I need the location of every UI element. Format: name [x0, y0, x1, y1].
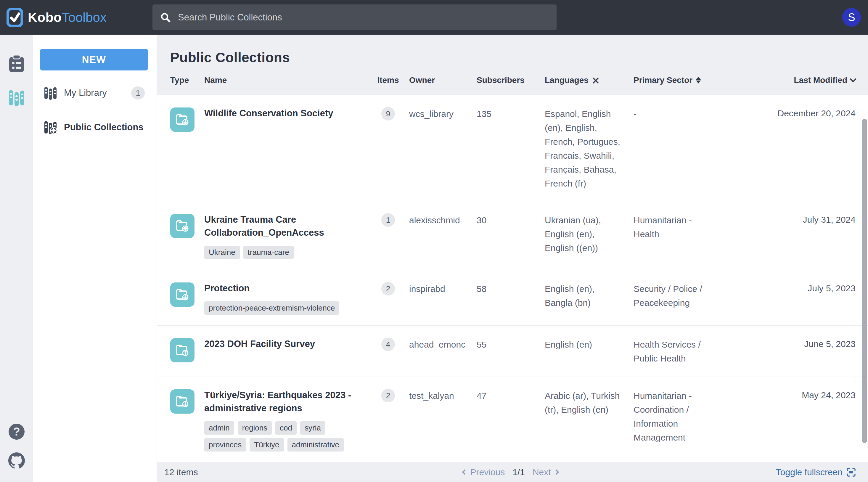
search-icon — [160, 12, 171, 23]
next-page-button[interactable]: Next — [533, 467, 558, 477]
search-input[interactable] — [178, 12, 549, 23]
table-row[interactable]: Protection protection-peace-extremism-vi… — [157, 270, 868, 326]
github-icon[interactable] — [7, 451, 26, 470]
sidebar-item-public-collections[interactable]: Public Collections — [33, 116, 157, 139]
primary-sector: Security / Police / Peacekeeping — [633, 282, 726, 310]
tag: Türkiye — [250, 438, 284, 452]
column-header-type: Type — [170, 76, 204, 85]
column-header-last-modified[interactable]: Last Modified — [726, 76, 856, 85]
owner: alexisschmid — [409, 213, 477, 227]
languages: English (en) — [545, 337, 633, 352]
table-row[interactable]: Ukraine Trauma Care Collaboration_OpenAc… — [157, 201, 868, 270]
languages: Espanol, English (en), English, French, … — [545, 107, 633, 190]
next-label: Next — [533, 467, 551, 477]
tag: admin — [204, 421, 234, 434]
chevron-down-icon — [850, 76, 857, 82]
chevron-right-icon — [554, 470, 559, 475]
sidebar-item-label: Public Collections — [64, 122, 145, 133]
primary-sector: Humanitarian - Coordination / Informatio… — [633, 389, 726, 444]
subscribers: 47 — [477, 389, 545, 403]
sidebar-item-label: My Library — [64, 88, 131, 98]
table-row[interactable]: Türkiye/Syria: Earthquakes 2023 - admini… — [157, 377, 868, 462]
owner: wcs_library — [409, 107, 477, 121]
tag-list: protection-peace-extremism-violence — [204, 301, 367, 315]
table-header: Type Name Items Owner Subscribers Langua… — [157, 65, 868, 95]
tag-list: Ukraine trauma-care — [204, 246, 367, 259]
table-row[interactable]: 2023 DOH Facility Survey 4 ahead_emonc 5… — [157, 326, 868, 377]
last-modified: July 5, 2023 — [726, 282, 856, 295]
previous-label: Previous — [470, 467, 505, 477]
collection-name: Türkiye/Syria: Earthquakes 2023 - admini… — [204, 389, 367, 415]
tag: provinces — [204, 438, 246, 452]
sidebar-item-my-library[interactable]: My Library 1 — [33, 81, 157, 105]
tag: regions — [238, 421, 272, 434]
modified-header-label: Last Modified — [794, 76, 847, 85]
items-count-badge: 4 — [381, 337, 395, 351]
fullscreen-icon — [847, 468, 856, 477]
tag: Ukraine — [204, 246, 240, 259]
sector-header-label: Primary Sector — [633, 76, 692, 85]
subscribers: 135 — [477, 107, 545, 121]
top-bar: KoboToolbox S — [0, 0, 868, 35]
last-modified: June 5, 2023 — [726, 337, 856, 351]
collection-list: Wildlife Conservation Society 9 wcs_libr… — [157, 95, 868, 462]
column-header-items: Items — [367, 76, 409, 85]
collection-type-icon — [170, 389, 194, 414]
tag: protection-peace-extremism-violence — [204, 301, 339, 315]
user-avatar[interactable]: S — [842, 8, 861, 27]
new-button[interactable]: NEW — [40, 49, 148, 70]
vertical-scrollbar[interactable] — [862, 119, 867, 443]
column-header-name: Name — [204, 76, 367, 85]
chevron-left-icon — [462, 470, 467, 475]
projects-clipboard-icon[interactable] — [7, 54, 26, 73]
table-footer: 12 items Previous 1/1 Next Toggle fullsc… — [157, 462, 868, 482]
collection-type-icon — [170, 282, 194, 307]
collection-type-icon — [170, 108, 194, 132]
last-modified: December 20, 2024 — [726, 107, 856, 120]
clear-filter-icon[interactable] — [592, 77, 598, 84]
items-count-badge: 2 — [381, 389, 395, 402]
owner: ahead_emonc — [409, 337, 477, 352]
table-row[interactable]: Wildlife Conservation Society 9 wcs_libr… — [157, 95, 868, 201]
last-modified: May 24, 2023 — [726, 389, 856, 402]
global-search[interactable] — [152, 4, 557, 30]
owner: inspirabd — [409, 282, 477, 296]
previous-page-button[interactable]: Previous — [463, 467, 505, 477]
kobo-logo-icon — [6, 8, 23, 27]
tag-list: admin regions cod syria provinces Türkiy… — [204, 421, 367, 452]
pagination: Previous 1/1 Next — [463, 467, 558, 477]
collection-type-icon — [170, 338, 194, 362]
sort-icon — [696, 77, 701, 84]
collection-name: 2023 DOH Facility Survey — [204, 337, 367, 351]
column-header-primary-sector[interactable]: Primary Sector — [633, 76, 726, 85]
brand-toolbox-text: Toolbox — [62, 10, 106, 25]
help-icon[interactable]: ? — [7, 422, 26, 441]
column-header-subscribers: Subscribers — [477, 76, 545, 85]
public-collections-icon — [44, 121, 57, 134]
tag: administrative — [287, 438, 344, 452]
subscribers: 55 — [477, 337, 545, 352]
tag: cod — [275, 421, 297, 434]
my-library-icon — [44, 86, 57, 100]
kobotoolbox-logo[interactable]: KoboToolbox — [6, 8, 106, 27]
primary-sector: Humanitarian - Health — [633, 213, 726, 241]
primary-sector: - — [633, 107, 726, 121]
sidebar: NEW My Library 1 Public Collections — [33, 35, 157, 482]
items-count-badge: 1 — [381, 213, 395, 227]
toggle-fullscreen-label: Toggle fullscreen — [776, 467, 842, 477]
subscribers: 30 — [477, 213, 545, 227]
collection-type-icon — [170, 214, 194, 238]
my-library-count-badge: 1 — [131, 86, 145, 99]
library-books-icon[interactable] — [7, 89, 26, 108]
tag: trauma-care — [243, 246, 294, 259]
toggle-fullscreen-button[interactable]: Toggle fullscreen — [776, 467, 856, 477]
languages: English (en), Bangla (bn) — [545, 282, 633, 310]
items-count-badge: 2 — [381, 282, 395, 296]
collection-name: Ukraine Trauma Care Collaboration_OpenAc… — [204, 213, 367, 239]
collection-name: Protection — [204, 282, 367, 295]
brand-kobo-text: Kobo — [28, 10, 62, 25]
column-header-languages[interactable]: Languages — [545, 76, 633, 85]
languages: Arabic (ar), Turkish (tr), English (en) — [545, 389, 633, 417]
items-count-label: 12 items — [164, 467, 198, 477]
collection-name: Wildlife Conservation Society — [204, 107, 367, 120]
